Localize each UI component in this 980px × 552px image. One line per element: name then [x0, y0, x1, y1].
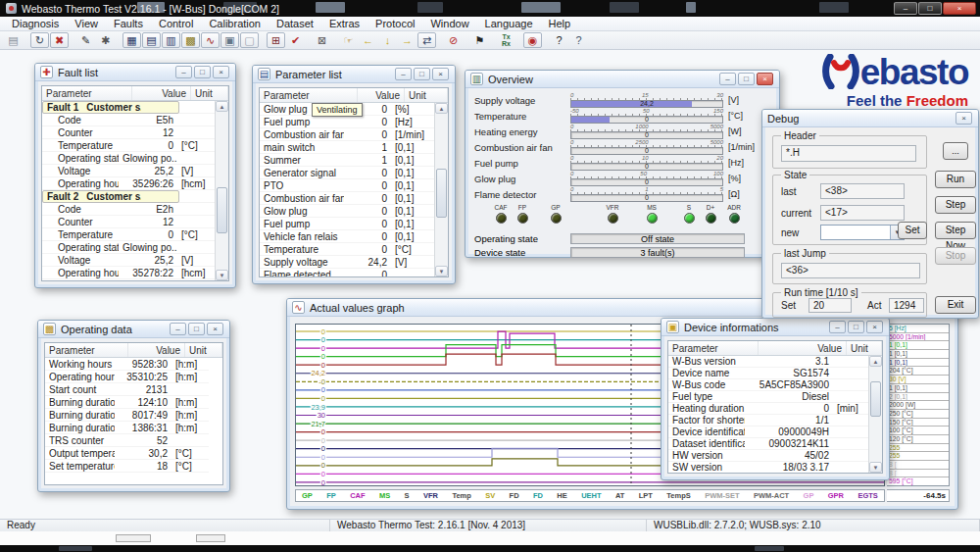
table-row[interactable]: Set temperature poten...18[°C]: [45, 460, 209, 473]
flag-icon[interactable]: ⚑: [470, 32, 489, 48]
context-help-icon[interactable]: ?: [569, 32, 588, 48]
brush-icon[interactable]: ✱: [96, 32, 115, 48]
column-header-value[interactable]: Value: [358, 88, 405, 102]
scrollbar[interactable]: ▲ ▼: [434, 103, 448, 276]
no-entry-icon[interactable]: ⊘: [444, 32, 463, 48]
table-row[interactable]: Factor for shortening of ve...1/1: [668, 415, 868, 427]
window-device-info-icon[interactable]: ▣: [220, 32, 239, 48]
table-row[interactable]: Operating hour counter35278:22[hcm]: [42, 267, 215, 279]
column-header-unit[interactable]: Unit: [185, 343, 222, 357]
window-extra-icon[interactable]: ▢: [240, 32, 259, 48]
column-header-parameter[interactable]: Parameter: [668, 341, 759, 355]
table-row[interactable]: Heating duration limitation0[min]: [668, 403, 868, 415]
menu-help[interactable]: Help: [541, 18, 579, 29]
hand-icon[interactable]: ☞: [339, 32, 358, 48]
export-icon[interactable]: ▤: [4, 32, 23, 48]
table-row[interactable]: Working hours9528:30[h:m]: [45, 358, 209, 371]
column-header-parameter[interactable]: Parameter: [45, 343, 128, 357]
menu-window[interactable]: Window: [422, 18, 476, 29]
table-row[interactable]: Combustion air fan0[1/min]: [260, 128, 434, 141]
table-row[interactable]: Summer1[0,1]: [260, 154, 434, 167]
column-header-unit[interactable]: Unit: [405, 88, 448, 102]
new-state-combo[interactable]: ▼: [820, 225, 905, 240]
table-row[interactable]: Counter12: [42, 126, 215, 139]
exit-button[interactable]: Exit: [935, 296, 976, 314]
minimize-button[interactable]: –: [719, 73, 736, 85]
close-button[interactable]: ×: [866, 321, 883, 333]
table-row[interactable]: Operating hour counter35296:26[hcm]: [42, 177, 215, 190]
table-row[interactable]: HW version45/02: [668, 450, 868, 462]
close-button[interactable]: ×: [956, 112, 972, 125]
table-row[interactable]: Burning duration PH 1...124:10[h:m]: [45, 396, 209, 409]
monitor-icon[interactable]: ◉: [523, 32, 542, 48]
table-row[interactable]: Voltage25,2[V]: [42, 165, 215, 177]
arrow-left-icon[interactable]: ←: [359, 32, 377, 48]
scroll-up-icon[interactable]: ▲: [216, 101, 228, 112]
column-header-value[interactable]: Value: [132, 86, 191, 100]
set-button[interactable]: Set: [898, 222, 927, 239]
column-header-unit[interactable]: Unit: [847, 341, 882, 355]
table-row[interactable]: Start count2131: [45, 383, 209, 396]
stop-button[interactable]: Stop: [935, 247, 976, 265]
minimize-button[interactable]: –: [175, 66, 192, 78]
maximize-button[interactable]: □: [738, 73, 755, 85]
column-header-parameter[interactable]: Parameter: [260, 88, 358, 102]
minimize-button[interactable]: –: [170, 323, 186, 335]
table-row[interactable]: Burning duration PH 6...1386:31[h:m]: [45, 422, 209, 434]
tx-rx-icon[interactable]: Tx Rx: [497, 32, 515, 48]
menu-faults[interactable]: Faults: [106, 18, 151, 29]
table-row[interactable]: PTO0[0,1]: [260, 179, 434, 192]
column-header-unit[interactable]: Unit: [191, 86, 228, 100]
minimize-button[interactable]: –: [829, 321, 846, 333]
arrow-next-icon[interactable]: →: [398, 32, 416, 48]
table-row[interactable]: Temperature0[°C]: [42, 139, 215, 152]
table-row[interactable]: Fault 1Customer s...: [42, 101, 179, 114]
runtime-set-field[interactable]: 20: [808, 298, 852, 313]
edit-icon[interactable]: ✎: [76, 32, 95, 48]
menu-extras[interactable]: Extras: [321, 18, 368, 29]
close-button[interactable]: ×: [757, 73, 773, 85]
fault-list-titlebar[interactable]: ✚ Fault list – □ ×: [35, 64, 235, 81]
app-titlebar[interactable]: Webasto Thermo Test V2.16.1 - [W-Bus] Do…: [0, 0, 980, 17]
refresh-icon[interactable]: ↻: [30, 32, 49, 48]
table-row[interactable]: Burning duration PH 3...8017:49[h:m]: [45, 409, 209, 422]
table-row[interactable]: Fuel pump0[0,1]: [260, 218, 434, 230]
table-row[interactable]: Fuel typeDiesel: [668, 391, 868, 403]
scroll-thumb[interactable]: [436, 169, 447, 218]
menu-calibration[interactable]: Calibration: [201, 18, 269, 29]
window-fault-list-icon[interactable]: ▦: [122, 32, 141, 48]
close-button[interactable]: ×: [432, 68, 449, 80]
table-row[interactable]: Dataset identification num...09003214K11: [668, 438, 868, 450]
scrollbar[interactable]: ▲ ▼: [868, 356, 882, 473]
column-header-value[interactable]: Value: [128, 343, 185, 357]
table-row[interactable]: Fault 2Customer s...: [42, 190, 179, 203]
window-parameter-list-icon[interactable]: ▤: [142, 32, 161, 48]
table-row[interactable]: Device nameSG1574: [668, 368, 868, 379]
table-row[interactable]: Counter12: [42, 216, 215, 228]
scroll-down-icon[interactable]: ▼: [216, 270, 228, 280]
scroll-thumb[interactable]: [870, 381, 881, 417]
close-frame-icon[interactable]: ⊠: [313, 32, 331, 48]
device-informations-titlebar[interactable]: ▣ Device informations – □ ×: [662, 319, 889, 336]
maximize-button[interactable]: □: [188, 323, 205, 335]
parameter-list-titlebar[interactable]: ▤ Parameter list – □ ×: [253, 66, 455, 83]
table-row[interactable]: Fuel pump0[Hz]: [260, 116, 434, 128]
table-row[interactable]: SW version18/03 3.17: [668, 462, 868, 473]
maximize-button[interactable]: □: [414, 68, 430, 80]
step-button[interactable]: Step: [935, 196, 976, 214]
table-row[interactable]: W-Bus version3.1: [668, 356, 868, 368]
operating-data-titlebar[interactable]: ▩ Operating data – □ ×: [38, 321, 229, 338]
window-overview-icon[interactable]: ▥: [162, 32, 180, 48]
scrollbar[interactable]: ▲ ▼: [215, 101, 228, 280]
table-row[interactable]: Operating stateGlowing po...: [42, 152, 215, 165]
table-row[interactable]: Temperature0[°C]: [260, 243, 434, 256]
column-header-parameter[interactable]: Parameter: [42, 86, 132, 100]
table-row[interactable]: Supply voltage24,2[V]: [260, 256, 434, 269]
fault-check-icon[interactable]: ✔: [286, 32, 305, 48]
table-row[interactable]: CodeE5h: [42, 114, 215, 126]
window-operating-data-icon[interactable]: ▩: [181, 32, 200, 48]
overview-titlebar[interactable]: ▥ Overview – □ ×: [466, 71, 779, 88]
browse-button[interactable]: ...: [943, 142, 968, 160]
window-graph-icon[interactable]: ∿: [201, 32, 220, 48]
maximize-button[interactable]: □: [194, 66, 211, 78]
